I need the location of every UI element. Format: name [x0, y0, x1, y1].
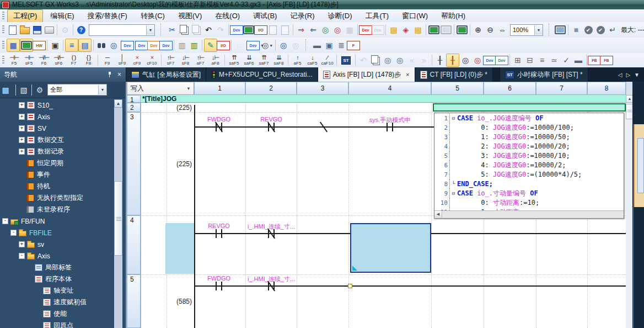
- expander-icon[interactable]: -: [19, 253, 25, 259]
- device-search-icon[interactable]: ◎▼: [261, 39, 273, 51]
- note-find-icon[interactable]: ◎: [394, 54, 406, 66]
- io-system-check-icon[interactable]: I/O: [217, 39, 229, 51]
- list-check-icon[interactable]: ✓: [560, 54, 572, 66]
- tree-item-使能[interactable]: 使能: [0, 308, 114, 320]
- tab-5[interactable]: ST小时稼动率 [FB] [ST] *: [500, 67, 588, 82]
- ladder-symbol-aF7-button[interactable]: ↑⊢aF7: [193, 54, 208, 67]
- tree-item-局部标签[interactable]: 局部标签: [0, 262, 114, 273]
- zoom-out-icon[interactable]: ⊖: [484, 24, 496, 36]
- pin-icon[interactable]: [108, 72, 112, 77]
- outline-view-icon[interactable]: ≣: [335, 39, 347, 51]
- stop-icon[interactable]: ■: [570, 24, 582, 36]
- st-horizontal-scrollbar[interactable]: ◀: [434, 210, 624, 218]
- edit-label-icon[interactable]: ✎: [204, 39, 217, 52]
- tab-1[interactable]: 气缸 [全局标签设置]: [126, 67, 206, 82]
- expander-icon[interactable]: +: [19, 241, 25, 247]
- tree-item-FBFILE[interactable]: -FBFILE: [0, 227, 114, 239]
- device-test-icon[interactable]: Dev: [484, 54, 496, 66]
- tab-2[interactable]: M+FX5UCPU_CPU_Restorati...: [206, 67, 318, 82]
- tree-item-SV[interactable]: +SV: [0, 123, 114, 134]
- ladder-symbol-aF8-button[interactable]: ↓⊢aF8: [208, 54, 223, 67]
- parameter-icon[interactable]: ▣: [49, 39, 61, 51]
- connect-line-mode-icon[interactable]: ╂: [446, 54, 459, 67]
- fit-width-icon[interactable]: ⇔: [496, 24, 508, 36]
- device-display-format-icon[interactable]: Dev▼: [124, 39, 136, 51]
- tree-item-轴变址[interactable]: 轴变址: [0, 285, 114, 297]
- read-from-plc-icon[interactable]: ⇐: [307, 24, 319, 36]
- menu-item-4[interactable]: 转换(C): [135, 9, 171, 23]
- insert-row-icon[interactable]: ⊞: [512, 54, 524, 66]
- run-state-check-2-icon[interactable]: ✔: [594, 24, 607, 36]
- tab-3[interactable]: Axis [FB] [LD] (1478)步×: [318, 67, 415, 82]
- contact-label[interactable]: i_.HMI_连续_寸...: [235, 275, 308, 283]
- copy-icon[interactable]: [178, 24, 190, 36]
- tab-arrow-icon-3[interactable]: ▼: [634, 72, 640, 78]
- ladder-symbol-st-button[interactable]: ST: [339, 54, 353, 67]
- ladder-symbol-caF5-button[interactable]: ↓caF5: [305, 54, 320, 67]
- ladder-symbol-F6-button[interactable]: ⊣/⊢F6: [36, 54, 51, 67]
- tab-arrow-icon-1[interactable]: ◁: [618, 72, 622, 78]
- open-project-icon[interactable]: [19, 24, 31, 36]
- statement-edit-icon[interactable]: ▬: [572, 54, 584, 66]
- inline-st-display-icon[interactable]: ▣: [323, 39, 335, 51]
- highlighted-cell[interactable]: [165, 223, 194, 274]
- ladder-symbol-F8-button[interactable]: { }F8: [81, 54, 96, 67]
- fb-instance-find-icon[interactable]: F: [347, 39, 359, 51]
- navigation-window-icon[interactable]: ▦: [7, 39, 20, 52]
- ladder-symbol-saF5-button[interactable]: ⇈saF5: [227, 54, 242, 67]
- find-in-window-icon[interactable]: ◎: [108, 39, 120, 51]
- edit-mode-selector[interactable]: 写入 ▼: [127, 82, 194, 95]
- device-entry-table-icon[interactable]: Dev: [136, 39, 148, 51]
- device-monitor-start-icon[interactable]: Dev: [359, 24, 372, 36]
- tree-filter-combo[interactable]: 全部▼: [47, 84, 107, 96]
- tree-item-sv[interactable]: +sv: [0, 239, 114, 250]
- menu-item-3[interactable]: 搜索/替换(F): [82, 9, 133, 23]
- module-configuration-icon[interactable]: HW: [33, 39, 45, 51]
- find-binoculars-icon[interactable]: [95, 39, 108, 51]
- tree-item-事件[interactable]: 事件: [0, 169, 114, 181]
- document-refresh-icon[interactable]: ◈: [400, 24, 412, 36]
- write-to-plc-icon[interactable]: ⇒: [295, 24, 307, 36]
- rung-title-row[interactable]: *[Title]JOG: [141, 95, 626, 103]
- tree-item-程序本体[interactable]: 程序本体: [0, 273, 114, 285]
- chevron-down-icon[interactable]: ▼: [98, 85, 106, 94]
- zoom-in-icon[interactable]: ⊕: [472, 24, 484, 36]
- cut-icon[interactable]: ✂: [166, 24, 178, 36]
- inline-st-window[interactable]: 1⊟CASE io_.JOG速度编号 OF2 0: JOG速度G0:=10000…: [434, 113, 624, 219]
- expander-icon[interactable]: +: [19, 125, 25, 131]
- statement-list-icon[interactable]: ▬: [311, 39, 323, 51]
- ladder-symbol-caF10-button[interactable]: ∕caF10: [320, 54, 335, 67]
- program-check-icon[interactable]: [243, 24, 255, 36]
- menu-item-2[interactable]: 编辑(E): [44, 9, 80, 23]
- ladder-symbol-sF5-button[interactable]: ⊣⊢sF5: [22, 54, 36, 67]
- monitor-write-mode-icon[interactable]: [456, 24, 468, 36]
- expander-icon[interactable]: +: [19, 114, 25, 120]
- menu-item-10[interactable]: 工具(T): [359, 9, 395, 23]
- tab-arrow-icon-2[interactable]: ▷: [626, 72, 630, 78]
- tree-collapse-all-icon[interactable]: ▧: [18, 84, 30, 96]
- tab-4[interactable]: CT [FB] [LD] (0)步 *: [415, 67, 493, 82]
- ladder-symbol-cF9-button[interactable]: ×cF9: [130, 54, 144, 67]
- ladder-symbol-sF7-button[interactable]: ↑⊢sF7: [163, 54, 178, 67]
- scan-return-icon[interactable]: ↵: [607, 24, 619, 36]
- chevron-down-icon[interactable]: ▼: [534, 25, 543, 35]
- menu-item-9[interactable]: 诊断(D): [321, 9, 358, 23]
- tree-display-format-icon[interactable]: ▦▼: [2, 84, 14, 96]
- statement-find-icon[interactable]: ◎: [382, 54, 394, 66]
- ladder-symbol-F7-button[interactable]: ( )F7: [66, 54, 81, 67]
- chevron-down-icon[interactable]: ▼: [146, 25, 154, 35]
- tree-item-FB/FUN[interactable]: -FB/FUN: [0, 215, 114, 227]
- tree-item-回原点[interactable]: 回原点: [0, 320, 114, 328]
- tree-item-S10_[interactable]: +S10_: [0, 99, 114, 111]
- ladder-symbol-sF6-button[interactable]: ⊣/⊢sF6: [51, 54, 66, 67]
- undo-icon[interactable]: ↶: [202, 24, 214, 36]
- scroll-up-icon[interactable]: ▲: [114, 99, 122, 108]
- find-replace-device-icon[interactable]: ◎: [459, 54, 471, 66]
- device-batch-replace-icon[interactable]: Dev: [148, 39, 160, 51]
- expander-icon[interactable]: +: [19, 102, 25, 108]
- save-project-icon[interactable]: [31, 24, 43, 36]
- io-monitor-icon[interactable]: I/O: [255, 24, 267, 36]
- ladder-symbol-F5-button[interactable]: ⊣⊢F5: [7, 54, 22, 67]
- ladder-symbol-sF8-button[interactable]: ↓⊢sF8: [178, 54, 193, 67]
- ladder-symbol-saF8-button[interactable]: ⇊saF8: [271, 54, 286, 67]
